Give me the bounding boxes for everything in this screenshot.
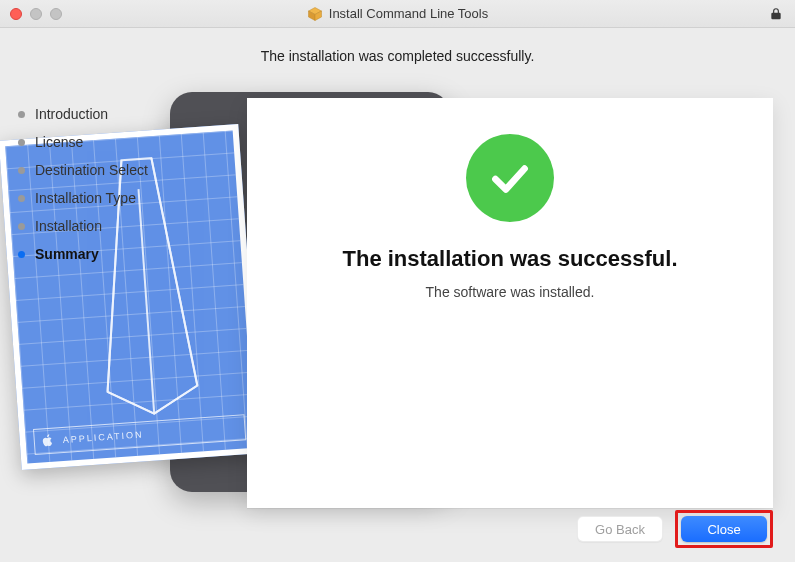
step-installation-type: Installation Type — [18, 184, 228, 212]
apple-logo-icon — [40, 433, 55, 450]
lock-icon[interactable] — [769, 7, 795, 21]
step-license: License — [18, 128, 228, 156]
go-back-button: Go Back — [577, 516, 663, 542]
close-label: Close — [707, 522, 740, 537]
step-bullet-icon — [18, 251, 25, 258]
step-label: Summary — [35, 246, 99, 262]
window-controls — [0, 8, 62, 20]
window-title-text: Install Command Line Tools — [329, 6, 488, 21]
step-destination-select: Destination Select — [18, 156, 228, 184]
step-introduction: Introduction — [18, 100, 228, 128]
step-label: Destination Select — [35, 162, 148, 178]
success-subline: The software was installed. — [426, 284, 595, 300]
step-label: Installation Type — [35, 190, 136, 206]
minimize-window-button — [30, 8, 42, 20]
package-icon — [307, 6, 323, 22]
step-label: License — [35, 134, 83, 150]
step-label: Installation — [35, 218, 102, 234]
close-button-highlight: Close — [675, 510, 773, 548]
step-list: Introduction License Destination Select … — [18, 100, 228, 268]
go-back-label: Go Back — [595, 522, 645, 537]
step-sidebar: Introduction License Destination Select … — [18, 100, 228, 268]
step-bullet-icon — [18, 167, 25, 174]
close-window-button[interactable] — [10, 8, 22, 20]
step-summary: Summary — [18, 240, 228, 268]
step-label: Introduction — [35, 106, 108, 122]
step-installation: Installation — [18, 212, 228, 240]
svg-marker-2 — [315, 11, 322, 21]
maximize-window-button — [50, 8, 62, 20]
main-panel: The installation was successful. The sof… — [247, 98, 773, 508]
blueprint-footer: APPLICATION — [33, 414, 246, 455]
step-bullet-icon — [18, 223, 25, 230]
titlebar: Install Command Line Tools — [0, 0, 795, 28]
success-check-icon — [466, 134, 554, 222]
close-button[interactable]: Close — [681, 516, 767, 542]
step-bullet-icon — [18, 195, 25, 202]
window-title: Install Command Line Tools — [0, 6, 795, 22]
svg-marker-0 — [308, 7, 321, 14]
success-headline: The installation was successful. — [343, 246, 678, 272]
page-subtitle: The installation was completed successfu… — [0, 28, 795, 82]
svg-marker-1 — [308, 11, 315, 21]
step-bullet-icon — [18, 139, 25, 146]
content-area: The installation was completed successfu… — [0, 28, 795, 562]
blueprint-footer-text: APPLICATION — [62, 429, 143, 445]
step-bullet-icon — [18, 111, 25, 118]
footer-buttons: Go Back Close — [577, 510, 773, 548]
